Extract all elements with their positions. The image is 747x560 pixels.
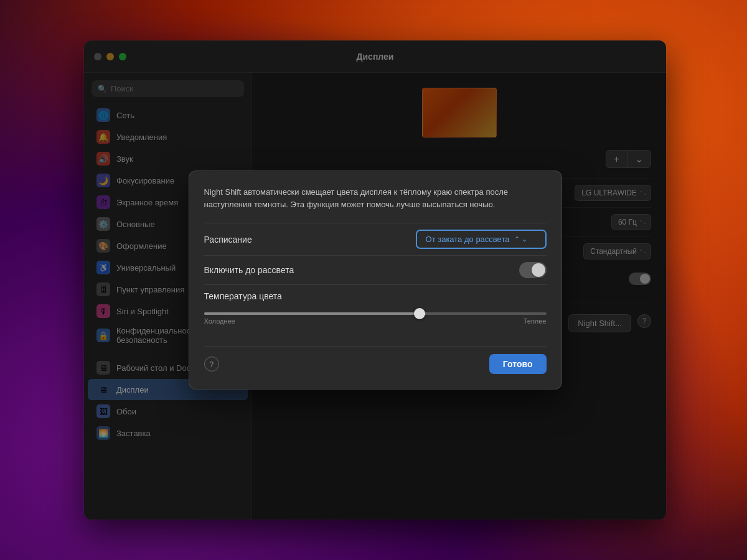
enable-row: Включить до рассвета xyxy=(204,255,547,284)
slider-area: Холоднее Теплее xyxy=(204,306,547,327)
schedule-value: От заката до рассвета xyxy=(426,235,510,244)
warmer-label: Теплее xyxy=(524,317,547,325)
modal-overlay: Night Shift автоматически смещает цвета … xyxy=(84,40,666,520)
done-button[interactable]: Готово xyxy=(489,354,547,374)
slider-labels: Холоднее Теплее xyxy=(204,317,547,325)
slider-fill xyxy=(204,312,427,315)
schedule-dropdown[interactable]: От заката до рассвета ⌃ ⌄ xyxy=(416,230,547,249)
modal-description: Night Shift автоматически смещает цвета … xyxy=(204,186,547,210)
color-temp-row: Температура цвета Холоднее Теплее xyxy=(204,284,547,334)
enable-label: Включить до рассвета xyxy=(204,265,294,275)
slider-thumb[interactable] xyxy=(414,308,425,319)
color-temp-track xyxy=(204,312,547,315)
chevron-down-icon: ⌃ ⌄ xyxy=(514,235,527,243)
enable-toggle[interactable] xyxy=(519,262,547,278)
system-preferences-window: Дисплеи 🔍 Поиск 🌐 Сеть 🔔 Уведомления 🔊 З… xyxy=(84,40,666,520)
night-shift-modal: Night Shift автоматически смещает цвета … xyxy=(189,170,562,390)
modal-help-button[interactable]: ? xyxy=(204,357,219,371)
schedule-row: Расписание От заката до рассвета ⌃ ⌄ xyxy=(204,223,547,255)
cooler-label: Холоднее xyxy=(204,317,235,325)
color-temp-label: Температура цвета xyxy=(204,291,282,301)
modal-footer: ? Готово xyxy=(204,346,547,374)
schedule-label: Расписание xyxy=(204,235,252,245)
